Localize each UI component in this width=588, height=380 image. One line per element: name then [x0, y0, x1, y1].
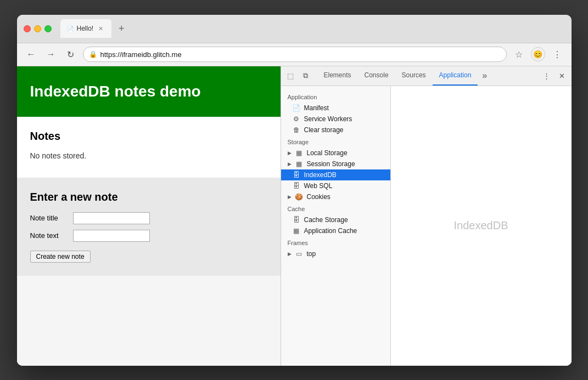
webpage-inner: IndexedDB notes demo Notes No notes stor…	[17, 66, 281, 276]
tab-application[interactable]: Application	[433, 66, 478, 86]
note-text-input[interactable]	[73, 230, 150, 242]
sidebar-item-cookies[interactable]: ▶ 🍪 Cookies	[281, 191, 390, 202]
sidebar-item-cache-storage[interactable]: 🗄 Cache Storage	[281, 214, 390, 225]
app-cache-icon: ▦	[292, 227, 301, 235]
new-tab-button[interactable]: +	[114, 21, 129, 36]
more-tabs-button[interactable]: »	[478, 71, 491, 81]
title-bar: 📄 Hello! ✕ +	[17, 15, 572, 43]
manifest-label: Manifest	[304, 104, 329, 112]
frame-top-label: top	[307, 250, 316, 258]
sidebar-item-web-sql[interactable]: 🗄 Web SQL	[281, 180, 390, 191]
storage-section-label: Storage	[281, 135, 390, 148]
address-bar[interactable]: 🔒 https://iframeidb.glitch.me	[83, 47, 507, 62]
indexeddb-icon: 🗄	[292, 171, 301, 179]
application-section-label: Application	[281, 90, 390, 103]
reload-button[interactable]: ↻	[63, 47, 79, 62]
clear-storage-icon: 🗑	[292, 126, 301, 134]
devtools-left-icons: ⬚ ⧉	[283, 69, 313, 83]
devtools-tabs-group: Elements Console Sources Application »	[317, 66, 540, 86]
session-storage-arrow: ▶	[288, 161, 292, 167]
cache-section-label: Cache	[281, 202, 390, 214]
frames-section-label: Frames	[281, 236, 390, 248]
web-sql-label: Web SQL	[304, 182, 333, 190]
cache-storage-icon: 🗄	[292, 216, 301, 224]
devtools-more-button[interactable]: ⋮	[540, 69, 554, 83]
devtools-panel: ⬚ ⧉ Elements Console Sources Application	[281, 66, 572, 366]
maximize-button[interactable]	[44, 25, 52, 32]
browser-tab[interactable]: 📄 Hello! ✕	[60, 19, 112, 38]
sidebar-item-app-cache[interactable]: ▦ Application Cache	[281, 225, 390, 236]
cookies-arrow: ▶	[288, 194, 292, 200]
create-note-button[interactable]: Create new note	[30, 251, 91, 263]
service-workers-label: Service Workers	[304, 115, 352, 123]
close-button[interactable]	[24, 25, 31, 32]
nav-bar: ← → ↻ 🔒 https://iframeidb.glitch.me ☆ 😊 …	[17, 43, 572, 66]
local-storage-label: Local Storage	[307, 149, 348, 157]
clear-storage-label: Clear storage	[304, 126, 344, 134]
minimize-button[interactable]	[34, 25, 41, 32]
device-toolbar-button[interactable]: ⧉	[299, 69, 313, 83]
sidebar-item-session-storage[interactable]: ▶ ▦ Session Storage	[281, 158, 390, 169]
cache-storage-label: Cache Storage	[304, 216, 348, 224]
local-storage-arrow: ▶	[288, 150, 292, 156]
profile-button[interactable]: 😊	[531, 47, 545, 61]
address-text: https://iframeidb.glitch.me	[100, 50, 501, 59]
form-heading: Enter a new note	[30, 191, 267, 203]
indexeddb-placeholder: IndexedDB	[454, 219, 508, 232]
devtools-main-panel: IndexedDB	[391, 86, 572, 366]
sidebar-item-clear-storage[interactable]: 🗑 Clear storage	[281, 124, 390, 135]
tab-elements[interactable]: Elements	[317, 66, 358, 86]
browser-window: 📄 Hello! ✕ + ← → ↻ 🔒 https://iframeidb.g…	[17, 15, 572, 366]
indexeddb-label: IndexedDB	[304, 171, 337, 179]
bookmark-button[interactable]: ☆	[511, 47, 527, 62]
page-title: IndexedDB notes demo	[30, 83, 267, 100]
cookies-label: Cookies	[307, 193, 331, 201]
sidebar-item-manifest[interactable]: 📄 Manifest	[281, 103, 390, 114]
frame-icon: ▭	[295, 250, 304, 258]
notes-heading: Notes	[30, 130, 267, 143]
cookies-icon: 🍪	[295, 193, 304, 201]
devtools-sidebar: Application 📄 Manifest ⚙ Service Workers…	[281, 86, 391, 366]
frames-arrow: ▶	[288, 251, 292, 257]
tab-bar: 📄 Hello! ✕ +	[60, 19, 565, 38]
page-header: IndexedDB notes demo	[17, 66, 281, 117]
sidebar-item-local-storage[interactable]: ▶ ▦ Local Storage	[281, 148, 390, 158]
webpage: IndexedDB notes demo Notes No notes stor…	[17, 66, 281, 366]
session-storage-label: Session Storage	[307, 160, 355, 168]
local-storage-icon: ▦	[295, 149, 304, 157]
devtools-body: Application 📄 Manifest ⚙ Service Workers…	[281, 86, 572, 366]
note-title-label: Note title	[30, 214, 69, 222]
devtools-tab-actions: ⋮ ✕	[540, 69, 569, 83]
no-notes-text: No notes stored.	[30, 151, 267, 160]
forward-button[interactable]: →	[43, 47, 59, 62]
back-button[interactable]: ←	[24, 47, 39, 62]
session-storage-icon: ▦	[295, 160, 304, 168]
sidebar-item-indexeddb[interactable]: 🗄 IndexedDB	[281, 169, 390, 180]
traffic-lights	[24, 25, 52, 32]
lock-icon: 🔒	[89, 50, 97, 58]
tab-page-icon: 📄	[67, 26, 74, 32]
web-sql-icon: 🗄	[292, 182, 301, 190]
notes-section: Notes No notes stored.	[17, 117, 281, 173]
main-area: IndexedDB notes demo Notes No notes stor…	[17, 66, 572, 366]
sidebar-item-top-frame[interactable]: ▶ ▭ top	[281, 248, 390, 259]
note-title-input[interactable]	[73, 212, 150, 224]
devtools-tab-bar: ⬚ ⧉ Elements Console Sources Application	[281, 66, 572, 86]
tab-title: Hello!	[77, 25, 94, 32]
app-cache-label: Application Cache	[304, 227, 357, 235]
form-section: Enter a new note Note title Note text Cr…	[17, 178, 281, 276]
tab-console[interactable]: Console	[358, 66, 395, 86]
browser-menu-button[interactable]: ⋮	[550, 47, 565, 62]
tab-close-button[interactable]: ✕	[97, 25, 105, 33]
note-text-label: Note text	[30, 231, 69, 240]
service-workers-icon: ⚙	[292, 115, 301, 123]
note-text-row: Note text	[30, 230, 267, 242]
note-title-row: Note title	[30, 212, 267, 224]
devtools-close-button[interactable]: ✕	[555, 69, 569, 83]
tab-sources[interactable]: Sources	[395, 66, 433, 86]
inspect-element-button[interactable]: ⬚	[283, 69, 298, 83]
manifest-icon: 📄	[292, 104, 301, 112]
sidebar-item-service-workers[interactable]: ⚙ Service Workers	[281, 114, 390, 124]
